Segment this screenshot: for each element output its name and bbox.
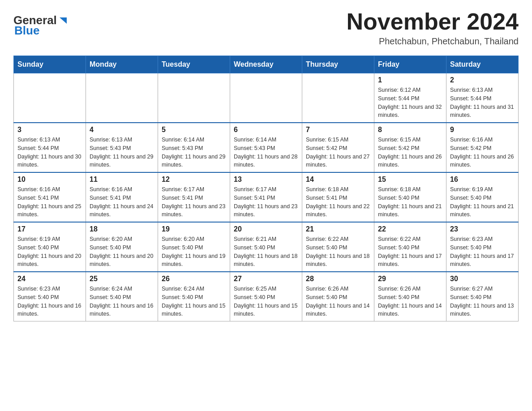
calendar-day-cell: [230, 73, 302, 123]
calendar-day-cell: 16Sunrise: 6:19 AM Sunset: 5:40 PM Dayli…: [446, 172, 519, 222]
day-number: 14: [306, 176, 370, 184]
day-number: 9: [450, 126, 515, 134]
logo: General Blue: [13, 13, 68, 38]
day-info: Sunrise: 6:13 AM Sunset: 5:44 PM Dayligh…: [450, 86, 515, 120]
calendar-day-cell: 29Sunrise: 6:26 AM Sunset: 5:40 PM Dayli…: [374, 272, 446, 321]
col-sunday: Sunday: [14, 56, 86, 73]
calendar-day-cell: 18Sunrise: 6:20 AM Sunset: 5:40 PM Dayli…: [86, 222, 158, 272]
page-header: General Blue November 2024 Phetchabun, P…: [13, 9, 519, 47]
day-info: Sunrise: 6:17 AM Sunset: 5:41 PM Dayligh…: [162, 185, 226, 219]
page-title: November 2024: [347, 9, 519, 34]
day-info: Sunrise: 6:27 AM Sunset: 5:40 PM Dayligh…: [450, 285, 515, 318]
day-info: Sunrise: 6:16 AM Sunset: 5:41 PM Dayligh…: [17, 185, 82, 219]
col-friday: Friday: [374, 56, 446, 73]
day-number: 6: [234, 126, 298, 134]
day-number: 30: [450, 275, 515, 283]
page-subtitle: Phetchabun, Phetchabun, Thailand: [347, 36, 519, 47]
day-number: 5: [162, 126, 226, 134]
calendar-day-cell: [158, 73, 230, 123]
day-number: 16: [450, 176, 515, 184]
calendar-week-row: 1Sunrise: 6:12 AM Sunset: 5:44 PM Daylig…: [14, 73, 519, 123]
day-info: Sunrise: 6:20 AM Sunset: 5:40 PM Dayligh…: [90, 235, 154, 269]
day-number: 12: [162, 176, 226, 184]
day-info: Sunrise: 6:13 AM Sunset: 5:43 PM Dayligh…: [90, 136, 154, 169]
calendar-header-row: Sunday Monday Tuesday Wednesday Thursday…: [14, 56, 519, 73]
calendar-day-cell: 14Sunrise: 6:18 AM Sunset: 5:41 PM Dayli…: [302, 172, 374, 222]
col-thursday: Thursday: [302, 56, 374, 73]
calendar-day-cell: [86, 73, 158, 123]
day-number: 29: [378, 275, 442, 283]
calendar-day-cell: 9Sunrise: 6:16 AM Sunset: 5:42 PM Daylig…: [446, 123, 519, 172]
day-info: Sunrise: 6:12 AM Sunset: 5:44 PM Dayligh…: [378, 86, 442, 120]
day-info: Sunrise: 6:26 AM Sunset: 5:40 PM Dayligh…: [306, 285, 370, 318]
day-number: 10: [17, 176, 82, 184]
day-number: 13: [234, 176, 298, 184]
day-number: 7: [306, 126, 370, 134]
calendar-day-cell: 4Sunrise: 6:13 AM Sunset: 5:43 PM Daylig…: [86, 123, 158, 172]
calendar-day-cell: 17Sunrise: 6:19 AM Sunset: 5:40 PM Dayli…: [14, 222, 86, 272]
day-info: Sunrise: 6:23 AM Sunset: 5:40 PM Dayligh…: [450, 235, 515, 269]
day-number: 21: [306, 225, 370, 233]
day-info: Sunrise: 6:15 AM Sunset: 5:42 PM Dayligh…: [378, 136, 442, 169]
calendar-day-cell: 11Sunrise: 6:16 AM Sunset: 5:41 PM Dayli…: [86, 172, 158, 222]
day-number: 23: [450, 225, 515, 233]
calendar-day-cell: 2Sunrise: 6:13 AM Sunset: 5:44 PM Daylig…: [446, 73, 519, 123]
day-number: 15: [378, 176, 442, 184]
day-info: Sunrise: 6:18 AM Sunset: 5:40 PM Dayligh…: [378, 185, 442, 219]
calendar-day-cell: 20Sunrise: 6:21 AM Sunset: 5:40 PM Dayli…: [230, 222, 302, 272]
calendar-day-cell: 28Sunrise: 6:26 AM Sunset: 5:40 PM Dayli…: [302, 272, 374, 321]
calendar-day-cell: 21Sunrise: 6:22 AM Sunset: 5:40 PM Dayli…: [302, 222, 374, 272]
day-info: Sunrise: 6:24 AM Sunset: 5:40 PM Dayligh…: [90, 285, 154, 318]
day-info: Sunrise: 6:25 AM Sunset: 5:40 PM Dayligh…: [234, 285, 298, 318]
day-info: Sunrise: 6:13 AM Sunset: 5:44 PM Dayligh…: [17, 136, 82, 169]
col-monday: Monday: [86, 56, 158, 73]
calendar-day-cell: 30Sunrise: 6:27 AM Sunset: 5:40 PM Dayli…: [446, 272, 519, 321]
day-info: Sunrise: 6:19 AM Sunset: 5:40 PM Dayligh…: [450, 185, 515, 219]
logo-triangle-icon: [58, 16, 68, 26]
calendar-day-cell: 26Sunrise: 6:24 AM Sunset: 5:40 PM Dayli…: [158, 272, 230, 321]
logo-blue-text: Blue: [14, 24, 39, 38]
day-info: Sunrise: 6:23 AM Sunset: 5:40 PM Dayligh…: [17, 285, 82, 318]
day-info: Sunrise: 6:19 AM Sunset: 5:40 PM Dayligh…: [17, 235, 82, 269]
day-info: Sunrise: 6:22 AM Sunset: 5:40 PM Dayligh…: [306, 235, 370, 269]
svg-marker-0: [60, 17, 67, 24]
day-info: Sunrise: 6:14 AM Sunset: 5:43 PM Dayligh…: [234, 136, 298, 169]
day-info: Sunrise: 6:20 AM Sunset: 5:40 PM Dayligh…: [162, 235, 226, 269]
calendar-day-cell: [302, 73, 374, 123]
col-tuesday: Tuesday: [158, 56, 230, 73]
day-info: Sunrise: 6:18 AM Sunset: 5:41 PM Dayligh…: [306, 185, 370, 219]
calendar-day-cell: 25Sunrise: 6:24 AM Sunset: 5:40 PM Dayli…: [86, 272, 158, 321]
calendar-day-cell: 12Sunrise: 6:17 AM Sunset: 5:41 PM Dayli…: [158, 172, 230, 222]
day-info: Sunrise: 6:24 AM Sunset: 5:40 PM Dayligh…: [162, 285, 226, 318]
day-number: 28: [306, 275, 370, 283]
day-number: 11: [90, 176, 154, 184]
calendar-day-cell: 24Sunrise: 6:23 AM Sunset: 5:40 PM Dayli…: [14, 272, 86, 321]
calendar-day-cell: 15Sunrise: 6:18 AM Sunset: 5:40 PM Dayli…: [374, 172, 446, 222]
calendar-day-cell: 8Sunrise: 6:15 AM Sunset: 5:42 PM Daylig…: [374, 123, 446, 172]
day-number: 1: [378, 76, 442, 84]
calendar-day-cell: 5Sunrise: 6:14 AM Sunset: 5:43 PM Daylig…: [158, 123, 230, 172]
day-number: 22: [378, 225, 442, 233]
day-number: 25: [90, 275, 154, 283]
day-info: Sunrise: 6:14 AM Sunset: 5:43 PM Dayligh…: [162, 136, 226, 169]
day-number: 19: [162, 225, 226, 233]
calendar-day-cell: 3Sunrise: 6:13 AM Sunset: 5:44 PM Daylig…: [14, 123, 86, 172]
day-info: Sunrise: 6:26 AM Sunset: 5:40 PM Dayligh…: [378, 285, 442, 318]
calendar-day-cell: 19Sunrise: 6:20 AM Sunset: 5:40 PM Dayli…: [158, 222, 230, 272]
day-number: 20: [234, 225, 298, 233]
day-number: 27: [234, 275, 298, 283]
calendar-day-cell: 7Sunrise: 6:15 AM Sunset: 5:42 PM Daylig…: [302, 123, 374, 172]
calendar-day-cell: 27Sunrise: 6:25 AM Sunset: 5:40 PM Dayli…: [230, 272, 302, 321]
col-saturday: Saturday: [446, 56, 519, 73]
day-info: Sunrise: 6:17 AM Sunset: 5:41 PM Dayligh…: [234, 185, 298, 219]
col-wednesday: Wednesday: [230, 56, 302, 73]
day-info: Sunrise: 6:16 AM Sunset: 5:42 PM Dayligh…: [450, 136, 515, 169]
day-number: 8: [378, 126, 442, 134]
calendar-table: Sunday Monday Tuesday Wednesday Thursday…: [13, 56, 519, 321]
calendar-day-cell: 1Sunrise: 6:12 AM Sunset: 5:44 PM Daylig…: [374, 73, 446, 123]
title-block: November 2024 Phetchabun, Phetchabun, Th…: [347, 9, 519, 47]
day-info: Sunrise: 6:21 AM Sunset: 5:40 PM Dayligh…: [234, 235, 298, 269]
calendar-day-cell: 22Sunrise: 6:22 AM Sunset: 5:40 PM Dayli…: [374, 222, 446, 272]
calendar-week-row: 17Sunrise: 6:19 AM Sunset: 5:40 PM Dayli…: [14, 222, 519, 272]
day-number: 26: [162, 275, 226, 283]
